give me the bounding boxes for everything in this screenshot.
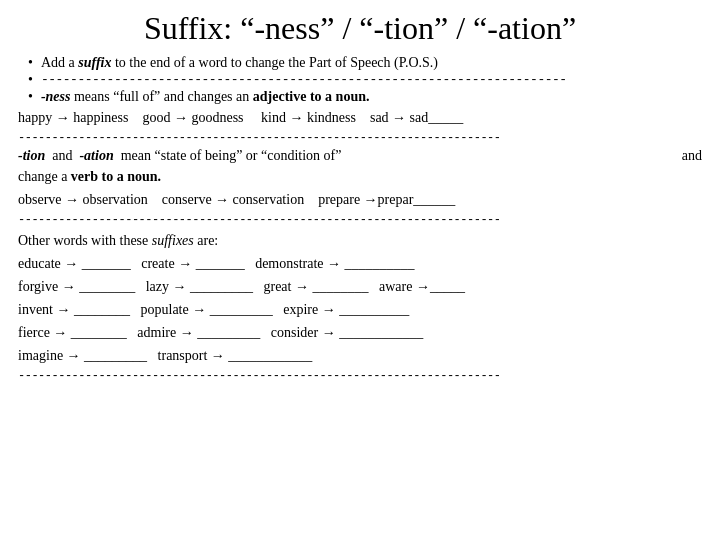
happiness-line: happy → happiness good → goodness kind →… — [18, 107, 702, 128]
bullet-3: • -ness means “full of” and changes an a… — [18, 89, 702, 105]
change-line: change a verb to a noun. — [18, 166, 702, 187]
bullet-1: • Add a suffix to the end of a word to c… — [18, 55, 702, 71]
divider-2: ----------------------------------------… — [18, 213, 702, 227]
tion-right: and — [672, 148, 702, 164]
tion-left: -tion and -ation mean “state of being” o… — [18, 148, 672, 164]
tion-row: -tion and -ation mean “state of being” o… — [18, 148, 702, 164]
word-line-1: educate → _______ create → _______ demon… — [18, 253, 702, 274]
observe-line: observe → observation conserve → conserv… — [18, 189, 702, 210]
other-words-label: Other words with these suffixes are: — [18, 230, 702, 251]
divider-1: ----------------------------------------… — [18, 131, 702, 145]
divider-3: ----------------------------------------… — [18, 369, 702, 383]
bullet-2: • --------------------------------------… — [18, 72, 702, 88]
and-text-right: and — [682, 148, 702, 163]
bullet-text-3: -ness means “full of” and changes an adj… — [41, 89, 370, 105]
word-line-3: invent → ________ populate → _________ e… — [18, 299, 702, 320]
word-line-4: fierce → ________ admire → _________ con… — [18, 322, 702, 343]
bullet-dot-2: • — [28, 72, 33, 88]
bullet-dot-1: • — [28, 55, 33, 71]
page-title: Suffix: “-ness” / “-tion” / “-ation” — [18, 10, 702, 47]
tion-text: -tion and -ation mean “state of being” o… — [18, 148, 342, 163]
bullet-dot-3: • — [28, 89, 33, 105]
word-line-2: forgive → ________ lazy → _________ grea… — [18, 276, 702, 297]
bullet-text-1: Add a suffix to the end of a word to cha… — [41, 55, 438, 71]
word-line-5: imagine → _________ transport → ________… — [18, 345, 702, 366]
bullet-text-2: ----------------------------------------… — [41, 72, 567, 87]
